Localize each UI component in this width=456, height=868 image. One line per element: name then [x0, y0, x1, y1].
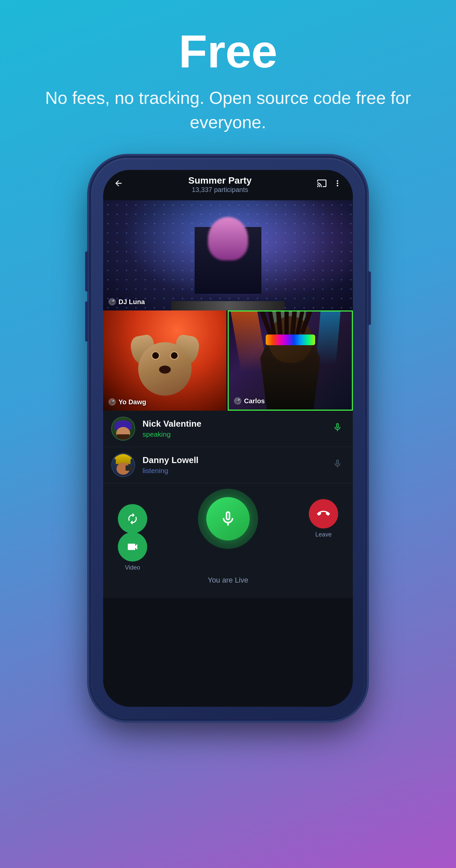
hero-title: Free: [20, 27, 436, 76]
dread-3: [276, 311, 283, 338]
danny-mic: [330, 458, 345, 472]
header-actions: [317, 178, 342, 191]
mic-icon-dj: 🎤: [109, 298, 116, 306]
video-row: 🎤 Yo Dawg: [103, 310, 353, 411]
big-mic-button[interactable]: [206, 497, 250, 540]
video-btn-circle: [118, 532, 147, 561]
video-label-yodawg: 🎤 Yo Dawg: [109, 398, 146, 406]
mic-icon-yodawg: 🎤: [109, 398, 116, 406]
dog-scene: [103, 310, 226, 411]
danny-info: Danny Lowell listening: [143, 455, 330, 475]
video-label: Video: [125, 564, 140, 571]
yodawg-name-label: Yo Dawg: [119, 398, 146, 406]
phone-screen: Summer Party 13,337 participants: [103, 170, 353, 707]
dog-nose: [159, 366, 171, 374]
video-carlos[interactable]: 🎤 Carlos: [228, 310, 353, 411]
nick-mic-icon: [333, 422, 342, 435]
header-title-group: Summer Party 13,337 participants: [123, 175, 317, 194]
carlos-scene: [229, 311, 352, 410]
back-button[interactable]: [114, 179, 123, 190]
video-button[interactable]: Video: [118, 532, 147, 571]
dog-head-group: [131, 326, 198, 396]
participant-nick[interactable]: Nick Valentine speaking: [103, 411, 353, 447]
carlos-name-label: Carlos: [244, 397, 265, 405]
hero-section: Free No fees, no tracking. Open source c…: [0, 0, 456, 151]
cast-button[interactable]: [317, 178, 327, 191]
dog-eyes-group: [152, 352, 178, 359]
app-header: Summer Party 13,337 participants: [103, 170, 353, 200]
carlos-body-group: [250, 311, 331, 410]
dj-table: [171, 301, 285, 310]
rotate-button[interactable]: [118, 504, 147, 533]
dread-4: [284, 311, 289, 336]
danny-name: Danny Lowell: [143, 455, 330, 465]
controls-bar: Leave Video You are Live: [103, 484, 353, 598]
nick-info: Nick Valentine speaking: [143, 418, 330, 438]
danny-camera: [125, 465, 133, 471]
dj-figure-group: [178, 217, 278, 310]
you-are-live-text: You are Live: [208, 576, 248, 585]
dog-eye-left: [152, 352, 159, 359]
participant-danny[interactable]: Danny Lowell listening: [103, 447, 353, 484]
nick-status: speaking: [143, 430, 330, 438]
nick-avatar-inner: [112, 417, 134, 440]
nick-beard: [117, 434, 129, 440]
video-main[interactable]: 🎤 DJ Luna: [103, 200, 353, 310]
dj-name-label: DJ Luna: [119, 298, 145, 306]
big-mic-wrapper: [198, 489, 258, 549]
phone-mockup: Summer Party 13,337 participants: [91, 158, 365, 719]
danny-avatar-inner: [112, 454, 134, 476]
dog-eye-right: [171, 352, 178, 359]
nick-avatar: [111, 416, 135, 441]
video-label-dj: 🎤 DJ Luna: [109, 298, 145, 306]
participants-list: Nick Valentine speaking: [103, 411, 353, 484]
dj-scene: [103, 200, 353, 310]
nick-name: Nick Valentine: [143, 418, 330, 429]
more-button[interactable]: [333, 179, 342, 190]
rotate-btn-circle: [118, 504, 147, 533]
dj-hair-head: [208, 217, 248, 260]
nick-mic: [330, 421, 345, 436]
participants-count: 13,337 participants: [123, 186, 317, 194]
hero-subtitle: No fees, no tracking. Open source code f…: [20, 86, 436, 134]
mic-icon-carlos: 🎤: [234, 397, 241, 405]
danny-mic-icon: [333, 459, 342, 471]
leave-btn-circle: [309, 499, 338, 528]
video-label-carlos: 🎤 Carlos: [234, 397, 265, 405]
channel-title: Summer Party: [123, 175, 317, 186]
video-yo-dawg[interactable]: 🎤 Yo Dawg: [103, 310, 226, 411]
danny-status: listening: [143, 467, 330, 475]
danny-avatar: [111, 453, 135, 477]
carlos-glasses: [266, 335, 315, 345]
